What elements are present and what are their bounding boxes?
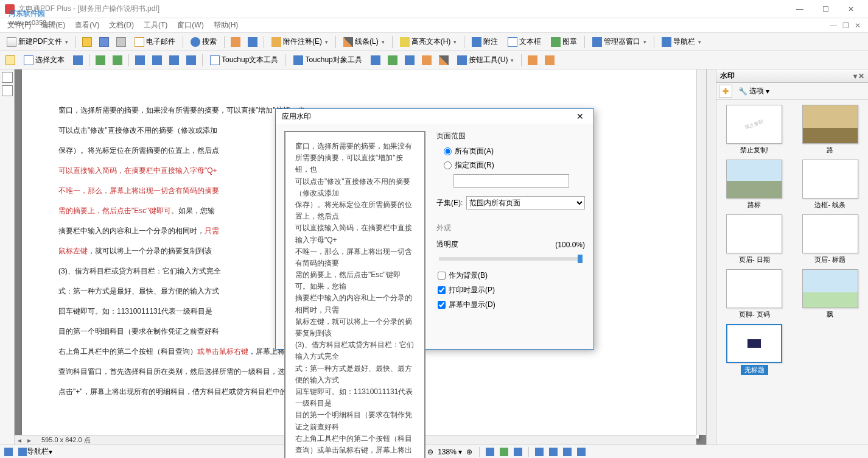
- dialog-close-button[interactable]: ✕: [573, 109, 587, 124]
- edit-tool-1[interactable]: [385, 53, 401, 68]
- tool-a-button[interactable]: [245, 35, 261, 49]
- touchup-text-tool[interactable]: Touchup文本工具: [206, 53, 282, 68]
- watermark-thumb[interactable]: 飘: [796, 269, 865, 319]
- show-screen-check[interactable]: 屏幕中显示(D): [438, 300, 585, 310]
- zoom-out[interactable]: [149, 53, 165, 68]
- watermark-thumb[interactable]: 禁止复制 禁止复制!: [720, 105, 789, 155]
- attach-note-button[interactable]: 附件注释(E)▾: [267, 35, 332, 49]
- site-watermark: 河东软件园 www.pc0359.cn: [0, 0, 64, 31]
- thumb-label: 飘: [827, 310, 833, 319]
- lines-button[interactable]: 线条(L)▾: [339, 35, 389, 49]
- as-background-check[interactable]: 作为背景(B): [438, 270, 585, 281]
- vertical-scrollbar[interactable]: [696, 69, 706, 435]
- subset-label: 子集(E):: [436, 198, 463, 208]
- status-thumb-toggle[interactable]: [2, 446, 15, 457]
- thumb-label: 禁止复制!: [740, 146, 769, 155]
- watermark-thumb[interactable]: 路标: [720, 160, 789, 210]
- edit-tool-2[interactable]: [402, 53, 418, 68]
- add-watermark-button[interactable]: ✚: [719, 85, 732, 98]
- page-range-input[interactable]: [453, 174, 569, 188]
- left-gutter: [0, 69, 15, 445]
- panel-dropdown[interactable]: ▾: [853, 72, 857, 80]
- page-dimensions: 595.0 x 842.0 点: [34, 435, 98, 445]
- mdi-close[interactable]: ✕: [852, 21, 863, 30]
- watermark-thumb[interactable]: 边框- 线条: [796, 160, 865, 210]
- panel-scrollbar[interactable]: [707, 69, 716, 445]
- rotate-ccw[interactable]: [93, 53, 108, 68]
- watermark-thumb[interactable]: 页眉- 标题: [796, 214, 865, 264]
- stamp-button[interactable]: 图章: [547, 35, 581, 49]
- touchup-object-tool[interactable]: Touchup对象工具: [289, 53, 366, 68]
- menu-tools[interactable]: 工具(T): [139, 19, 172, 32]
- edit-tool-4[interactable]: [436, 53, 452, 68]
- textbox-button[interactable]: 文本框: [503, 35, 545, 49]
- menu-window[interactable]: 窗口(W): [172, 19, 208, 32]
- zoom-fit[interactable]: [166, 53, 182, 68]
- maximize-button[interactable]: ☐: [813, 1, 838, 17]
- appearance-label: 外观: [436, 223, 585, 233]
- edit-tool-3[interactable]: [419, 53, 435, 68]
- select-text-tool[interactable]: 选择文本: [19, 53, 69, 68]
- zoom-in[interactable]: [132, 53, 148, 68]
- hand-tool[interactable]: [2, 53, 18, 68]
- attach-button[interactable]: 附注: [467, 35, 502, 49]
- menu-help[interactable]: 帮助(H): [209, 19, 243, 32]
- watermark-thumb[interactable]: 无标题: [720, 324, 789, 375]
- manager-window-button[interactable]: 管理器窗口▾: [588, 35, 651, 49]
- button-tool[interactable]: 按钮工具(U)▾: [453, 53, 519, 68]
- status-nav-button[interactable]: 导航栏▾: [16, 446, 54, 457]
- thumb-preview: [802, 269, 858, 308]
- menu-document[interactable]: 文档(D): [104, 19, 139, 32]
- zoom-actual[interactable]: [183, 53, 199, 68]
- menu-view[interactable]: 查看(V): [70, 19, 104, 32]
- rotate-cw[interactable]: [110, 53, 125, 68]
- mdi-minimize[interactable]: —: [828, 21, 839, 30]
- watermark-thumb[interactable]: 页脚- 页码: [720, 269, 789, 319]
- thumb-label: 路标: [747, 200, 761, 210]
- search-button[interactable]: 搜索: [186, 35, 221, 49]
- menu-bar: 文件(F) 编辑(E) 查看(V) 文档(D) 工具(T) 窗口(W) 帮助(H…: [0, 18, 868, 33]
- thumb-preview: [726, 269, 782, 308]
- email-button[interactable]: 电子邮件: [130, 35, 180, 49]
- page-range-label: 页面范围: [436, 131, 585, 141]
- gutter-bookmarks[interactable]: [2, 85, 13, 96]
- thumb-preview: [726, 324, 782, 363]
- toolbar-edit: 选择文本 Touchup文本工具 Touchup对象工具 按钮工具(U)▾: [0, 51, 868, 69]
- save-button[interactable]: [96, 35, 112, 49]
- open-button[interactable]: [79, 35, 95, 49]
- thumb-preview: [802, 214, 858, 253]
- print-button[interactable]: [113, 35, 129, 49]
- new-pdf-button[interactable]: 新建PDF文件▾: [2, 35, 72, 49]
- scroll-right[interactable]: ▸: [24, 436, 34, 445]
- specified-pages-radio[interactable]: 指定页面(R): [444, 160, 585, 171]
- mdi-restore[interactable]: ❐: [840, 21, 851, 30]
- panel-title: 水印: [720, 71, 735, 81]
- dialog-preview: 窗口，选择所需要的摘要，如果没有所需要的摘要，可以直接"增加"按钮，也可以点击"…: [284, 131, 425, 458]
- thumb-label: 页脚- 页码: [739, 310, 770, 319]
- minimize-button[interactable]: —: [788, 1, 812, 17]
- watermark-thumb[interactable]: 路: [796, 105, 865, 155]
- highlight-button[interactable]: 高亮文本(H)▾: [396, 35, 461, 49]
- thumb-label: 无标题: [741, 365, 768, 375]
- arrow-tool[interactable]: [368, 53, 383, 68]
- snapshot-tool[interactable]: [70, 53, 86, 68]
- scan-button[interactable]: [228, 35, 243, 49]
- watermark-thumb[interactable]: 页眉- 日期: [720, 214, 789, 264]
- transparency-slider[interactable]: [439, 257, 583, 261]
- close-button[interactable]: ✕: [839, 1, 863, 17]
- dialog-titlebar[interactable]: 应用水印 ✕: [276, 109, 593, 124]
- paste-tool[interactable]: [542, 53, 558, 68]
- panel-options-button[interactable]: 🔧 选项 ▾: [735, 85, 773, 97]
- copy-tool[interactable]: [525, 53, 541, 68]
- thumb-label: 路: [827, 146, 833, 155]
- panel-close[interactable]: ✕: [858, 72, 864, 80]
- all-pages-radio[interactable]: 所有页面(A): [444, 146, 585, 157]
- title-bar: 文电通PDF Plus - [财务用户操作说明书.pdf] — ☐ ✕: [0, 0, 868, 18]
- show-print-check[interactable]: 打印时显示(P): [438, 285, 585, 295]
- thumb-label: 边框- 线条: [814, 200, 845, 210]
- nav-bar-button[interactable]: 导航栏▾: [657, 35, 705, 49]
- gutter-thumbnails[interactable]: [2, 72, 13, 83]
- transparency-value: (100.0%): [555, 241, 585, 249]
- subset-select[interactable]: 范围内所有页面: [466, 196, 585, 210]
- scroll-left[interactable]: ◂: [15, 436, 24, 445]
